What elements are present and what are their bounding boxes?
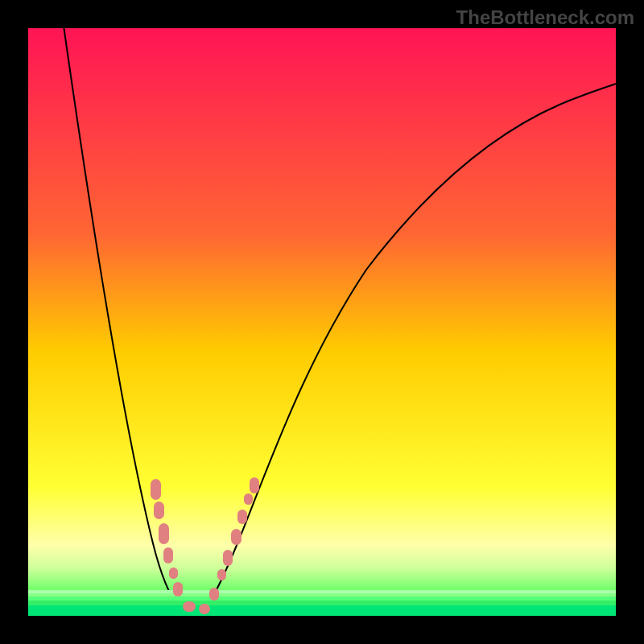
data-marker [217,569,226,580]
data-marker [159,523,169,544]
data-marker [250,477,259,493]
data-marker [169,568,178,579]
watermark-text: TheBottleneck.com [456,6,634,29]
data-marker [231,529,242,545]
data-marker [209,588,219,601]
bottleneck-curve [63,28,616,615]
data-marker [223,550,233,566]
plot-area [28,28,616,616]
data-marker [183,601,196,612]
green-band [28,605,616,616]
data-marker [154,502,164,519]
data-marker [199,604,210,614]
data-marker [237,510,247,524]
curve-layer [28,28,616,616]
data-marker [151,479,161,500]
data-marker [244,493,253,505]
data-marker [173,582,183,597]
data-marker [163,547,173,564]
